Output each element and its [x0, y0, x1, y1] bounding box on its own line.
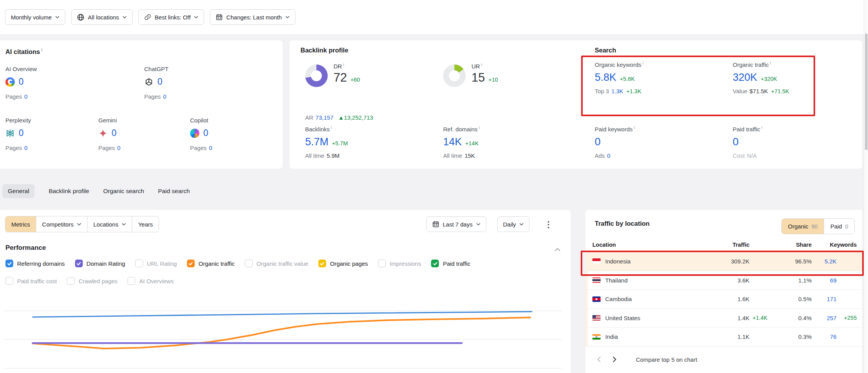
domain-overview-page: Monthly volume All locations Best links:…	[0, 0, 868, 373]
tab-paid-search[interactable]: Paid search	[158, 184, 190, 198]
column-traffic: Traffic	[691, 242, 749, 248]
checkbox-organic-pages[interactable]: Organic pages	[318, 260, 368, 267]
info-icon[interactable]: i	[481, 62, 482, 67]
best-links-dropdown[interactable]: Best links: Off	[138, 9, 204, 25]
all-locations-label: All locations	[88, 14, 119, 21]
perplexity-pages-link[interactable]: 0	[24, 145, 28, 151]
keywords-link[interactable]: 5.2K	[812, 258, 837, 265]
dr-delta: +60	[350, 77, 360, 83]
tab-general[interactable]: General	[2, 184, 35, 198]
ref-domains-value[interactable]: 14K	[443, 136, 462, 148]
next-page-chevron-icon[interactable]	[610, 355, 619, 364]
monthly-volume-dropdown[interactable]: Monthly volume	[5, 9, 65, 25]
checkbox-paid-traffic-cost[interactable]: Paid traffic cost	[5, 277, 57, 285]
paid-keywords-value[interactable]: 0	[595, 136, 601, 148]
paid-traffic-metric: Paid traffici 0 CostN/A	[733, 125, 865, 159]
table-row-thailand[interactable]: Thailand 3.6K 1.1% 69	[585, 271, 862, 290]
tab-organic-search[interactable]: Organic search	[103, 184, 144, 198]
organic-keywords-value[interactable]: 5.8K	[595, 71, 617, 84]
keywords-link[interactable]: 76	[812, 333, 837, 340]
flag-united-states-icon	[592, 315, 601, 321]
organic-traffic-delta: +320K	[761, 76, 777, 82]
ai-overview-count: 0	[19, 77, 24, 87]
more-options-kebab-icon[interactable]	[543, 219, 554, 230]
segment-years[interactable]: Years	[132, 216, 159, 232]
all-locations-dropdown[interactable]: All locations	[71, 9, 133, 25]
checkbox-box	[378, 260, 386, 267]
info-icon[interactable]: i	[761, 125, 762, 130]
dr-value: 72	[334, 71, 347, 85]
scrollbar-track	[864, 0, 868, 373]
backlinks-metric: Backlinksi 5.7M+5.7M All time5.9M	[305, 125, 437, 159]
top3-keywords-link[interactable]: 1.3K	[611, 88, 623, 94]
ref-domains-delta: +14K	[465, 140, 479, 146]
openai-icon	[144, 77, 154, 87]
chatgpt-pages-link[interactable]: 0	[163, 93, 166, 100]
table-row-united-states[interactable]: United States 1.4K +1.4K 0.4% 257 +255	[585, 309, 862, 328]
table-row-cambodia[interactable]: Cambodia 1.6K 0.5% 171	[585, 289, 862, 309]
info-icon[interactable]: i	[634, 125, 635, 130]
info-icon[interactable]: i	[331, 125, 332, 130]
paid-traffic-value[interactable]: 0	[733, 136, 739, 148]
ai-citations-row-2: Perplexity 0 Pages0 Gemini 0 Pages0 Copi…	[5, 117, 277, 151]
gemini-count: 0	[112, 128, 117, 138]
compare-top5-button[interactable]: Compare top 5 on chart	[636, 356, 697, 363]
gemini-pages-link[interactable]: 0	[117, 145, 121, 151]
copilot-count: 0	[203, 128, 208, 138]
info-icon[interactable]: i	[770, 61, 771, 65]
info-icon[interactable]: i	[479, 125, 479, 130]
granularity-dropdown[interactable]: Daily	[497, 216, 529, 232]
checkbox-paid-traffic[interactable]: Paid traffic	[431, 260, 470, 267]
date-range-dropdown[interactable]: Last 7 days	[426, 216, 486, 232]
previous-page-chevron-icon[interactable]	[595, 355, 603, 364]
segment-locations[interactable]: Locations	[87, 216, 132, 232]
checkbox-organic-traffic-value[interactable]: Organic traffic value	[245, 260, 308, 267]
checkbox-url-rating[interactable]: URL Rating	[135, 260, 177, 267]
top-toolbar: Monthly volume All locations Best links:…	[0, 0, 868, 34]
segment-metrics[interactable]: Metrics	[5, 216, 36, 232]
monthly-volume-label: Monthly volume	[11, 14, 52, 21]
keywords-link[interactable]: 171	[812, 296, 837, 302]
checkbox-impressions[interactable]: Impressions	[378, 260, 421, 267]
table-row-indonesia[interactable]: Indonesia 309.2K 96.5% 5.2K	[585, 252, 862, 271]
ar-value-link[interactable]: 73,157	[316, 114, 334, 121]
backlink-profile-title: Backlink profile	[300, 47, 348, 54]
copilot-pages-link[interactable]: 0	[209, 145, 212, 151]
info-icon[interactable]: i	[41, 47, 42, 52]
scrollbar-thumb[interactable]	[865, 33, 868, 150]
checkbox-referring-domains[interactable]: Referring domains	[5, 260, 65, 267]
organic-keywords-metric: Organic keywordsi 5.8K+5.8K Top 31.3K+1.…	[595, 61, 727, 94]
ai-overview-pages-link[interactable]: 0	[24, 93, 28, 100]
info-icon[interactable]: i	[643, 61, 643, 65]
keywords-link[interactable]: 69	[812, 277, 837, 284]
perplexity-count: 0	[19, 128, 24, 138]
backlinks-value[interactable]: 5.7M	[305, 136, 328, 148]
best-links-label: Best links: Off	[155, 14, 190, 21]
checkbox-domain-rating[interactable]: Domain Rating	[75, 260, 125, 267]
checkbox-box	[127, 277, 135, 285]
tab-backlink-profile[interactable]: Backlink profile	[49, 184, 89, 198]
info-icon[interactable]: i	[343, 62, 344, 67]
segment-competitors[interactable]: Competitors	[36, 216, 87, 232]
domain-rating-gauge: DRi 72+60	[305, 62, 437, 89]
checkbox-ai-overviews[interactable]: AI Overviews	[127, 277, 173, 285]
ads-count-link[interactable]: 0	[607, 152, 610, 159]
table-row-india[interactable]: India 1.1K 0.3% 76	[585, 327, 862, 346]
changes-period-dropdown[interactable]: Changes: Last month	[210, 9, 295, 25]
chevron-down-icon	[77, 223, 81, 226]
ref-domains-alltime: 15K	[465, 152, 475, 159]
organic-traffic-value[interactable]: 320K	[733, 71, 757, 84]
performance-line-chart[interactable]	[0, 287, 571, 373]
checkbox-box	[5, 277, 13, 285]
checkbox-crawled-pages[interactable]: Crawled pages	[67, 277, 117, 285]
ur-value: 15	[472, 71, 485, 85]
keywords-link[interactable]: 257	[812, 315, 837, 321]
performance-panel: Metrics Competitors Locations Years Last…	[0, 210, 571, 373]
ur-delta: +10	[488, 77, 498, 83]
changes-period-label: Changes: Last month	[226, 14, 282, 21]
ai-citations-panel: AI citationsi AI Overview 0 Pages0 ChatG…	[0, 40, 283, 169]
collapse-chevron-up-icon[interactable]	[554, 246, 561, 253]
toggle-organic[interactable]: Organic90	[782, 219, 824, 234]
checkbox-organic-traffic[interactable]: Organic traffic	[187, 260, 235, 267]
toggle-paid[interactable]: Paid0	[824, 219, 854, 234]
